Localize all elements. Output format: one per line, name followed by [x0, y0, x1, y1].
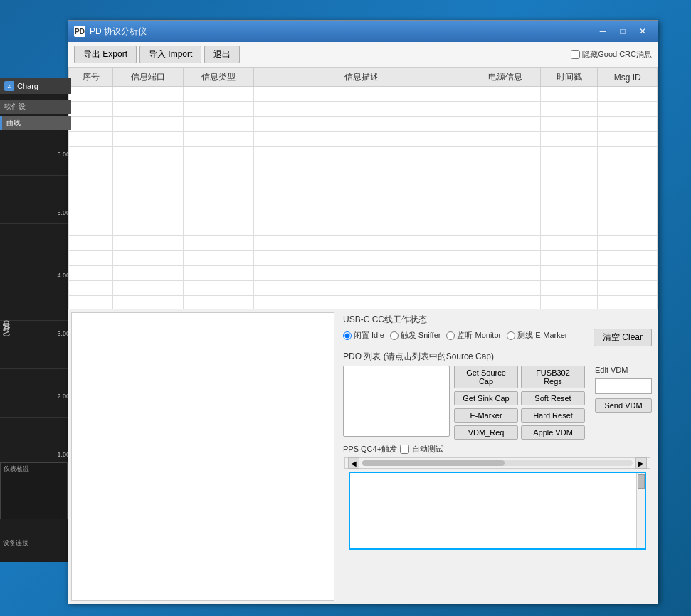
y-axis-title: 代线(Volt) — [1, 320, 11, 336]
radio-sniffer-label: 触发 Sniffer — [401, 330, 441, 341]
table-row — [69, 236, 658, 251]
pdo-buttons: Get Source Cap FUSB302 Regs Get Sink Cap… — [454, 366, 585, 440]
maximize-button[interactable]: □ — [613, 24, 632, 38]
radio-sniffer[interactable]: 触发 Sniffer — [390, 330, 441, 341]
auto-test-checkbox[interactable] — [400, 445, 409, 454]
table-row — [69, 102, 658, 117]
hide-crc-label[interactable]: 隐藏Good CRC消息 — [571, 49, 652, 60]
title-bar: PD PD 协议分析仪 ─ □ ✕ — [68, 21, 658, 42]
main-window: PD PD 协议分析仪 ─ □ ✕ 导出 Export 导入 Import 退出… — [68, 20, 658, 603]
vertical-scrollbar[interactable] — [636, 473, 645, 548]
pdo-section-title: PDO 列表 (请点击列表中的Source Cap) — [343, 351, 652, 363]
auto-test-label: 自动测试 — [412, 444, 443, 455]
window-title: PD 协议分析仪 — [90, 26, 594, 38]
get-source-cap-button[interactable]: Get Source Cap — [454, 366, 518, 388]
pdo-list[interactable] — [343, 366, 450, 437]
radio-idle-label: 闲置 Idle — [354, 330, 384, 341]
table-row — [69, 296, 658, 310]
table-row — [69, 191, 658, 206]
apple-vdm-button[interactable]: Apple VDM — [521, 425, 585, 440]
pdo-btn-row-4: VDM_Req Apple VDM — [454, 425, 585, 440]
radio-emarker-input[interactable] — [507, 331, 515, 340]
vertical-scroll-thumb — [638, 474, 645, 489]
col-msgid: Msg ID — [598, 68, 658, 87]
table-row — [69, 281, 658, 296]
hard-reset-button[interactable]: Hard Reset — [521, 408, 585, 423]
pdo-btn-row-2: Get Sink Cap Soft Reset — [454, 391, 585, 405]
bottom-section: USB-C CC线工作状态 闲置 Idle 触发 Sniffer 监听 Moni… — [68, 309, 658, 604]
panel-header-text: Charg — [17, 82, 38, 90]
radio-monitor[interactable]: 监听 Monitor — [446, 330, 501, 341]
table-row — [69, 117, 658, 132]
get-sink-cap-button[interactable]: Get Sink Cap — [454, 391, 518, 405]
scroll-thumb — [362, 460, 505, 466]
export-button[interactable]: 导出 Export — [74, 46, 137, 63]
left-panel-header: Z Charg — [0, 78, 71, 94]
radio-idle-input[interactable] — [343, 331, 352, 340]
table-body — [69, 87, 658, 310]
col-port: 信息端口 — [113, 68, 184, 87]
pps-label: PPS QC4+触发 — [343, 444, 397, 455]
soft-reset-button[interactable]: Soft Reset — [521, 391, 585, 405]
text-input[interactable] — [350, 473, 645, 548]
e-marker-button[interactable]: E-Marker — [454, 408, 518, 423]
radio-idle[interactable]: 闲置 Idle — [343, 330, 384, 341]
table-row — [69, 266, 658, 281]
radio-emarker-label: 测线 E-Marker — [517, 330, 567, 341]
panel-icon: Z — [4, 81, 14, 91]
toolbar-right: 隐藏Good CRC消息 — [571, 49, 652, 60]
left-chart-panel: 6.00 5.00 4.00 3.00 2.00 1.00 0.00 代线(Vo… — [0, 78, 71, 562]
fusb302-regs-button[interactable]: FUSB302 Regs — [521, 366, 585, 388]
data-table-area[interactable]: 序号 信息端口 信息类型 信息描述 电源信息 时间戳 Msg ID — [68, 68, 658, 309]
control-panel: USB-C CC线工作状态 闲置 Idle 触发 Sniffer 监听 Moni… — [337, 309, 658, 604]
table-row — [69, 161, 658, 176]
radio-sniffer-input[interactable] — [390, 331, 399, 340]
table-row — [69, 147, 658, 161]
table-row — [69, 132, 658, 147]
small-chart: 仪表核温 — [0, 462, 68, 519]
waveform-chart — [71, 312, 334, 601]
exit-button[interactable]: 退出 — [204, 46, 240, 63]
curve-tab[interactable]: 曲线 — [0, 116, 71, 130]
radio-emarker[interactable]: 测线 E-Marker — [507, 330, 567, 341]
scroll-track[interactable] — [362, 460, 633, 466]
data-table: 序号 信息端口 信息类型 信息描述 电源信息 时间戳 Msg ID — [68, 68, 658, 309]
instrument-temp-label: 仪表核温 — [1, 463, 67, 475]
col-desc: 信息描述 — [253, 68, 470, 87]
scroll-right-arrow[interactable]: ▶ — [635, 457, 647, 469]
vdm-req-button[interactable]: VDM_Req — [454, 425, 518, 440]
toolbar: 导出 Export 导入 Import 退出 隐藏Good CRC消息 — [68, 42, 658, 68]
edit-vdm-section: Edit VDM Send VDM — [595, 366, 652, 440]
radio-monitor-input[interactable] — [446, 331, 455, 340]
col-type: 信息类型 — [184, 68, 254, 87]
radio-monitor-label: 监听 Monitor — [457, 330, 501, 341]
pdo-content: Get Source Cap FUSB302 Regs Get Sink Cap… — [343, 366, 652, 440]
app-icon: PD — [74, 26, 85, 37]
hide-crc-checkbox[interactable] — [571, 50, 580, 59]
close-button[interactable]: ✕ — [633, 24, 652, 38]
table-row — [69, 206, 658, 221]
minimize-button[interactable]: ─ — [594, 24, 612, 38]
title-controls: ─ □ ✕ — [594, 24, 652, 38]
pdo-btn-row-1: Get Source Cap FUSB302 Regs — [454, 366, 585, 388]
bottom-text-area[interactable] — [349, 472, 646, 550]
col-power: 电源信息 — [470, 68, 540, 87]
import-button[interactable]: 导入 Import — [139, 46, 201, 63]
send-vdm-button[interactable]: Send VDM — [595, 398, 652, 413]
vdm-input[interactable] — [595, 378, 652, 394]
col-timestamp: 时间戳 — [540, 68, 598, 87]
table-row — [69, 176, 658, 191]
radio-and-clear-row: 闲置 Idle 触发 Sniffer 监听 Monitor 测线 E-Marke… — [343, 329, 652, 346]
table-row — [69, 221, 658, 236]
horizontal-scrollbar[interactable]: ◀ ▶ — [344, 457, 650, 469]
edit-vdm-label: Edit VDM — [595, 366, 652, 374]
col-seq: 序号 — [69, 68, 113, 87]
software-settings-tab[interactable]: 软件设 — [0, 100, 71, 114]
pdo-btn-row-3: E-Marker Hard Reset — [454, 408, 585, 423]
radio-group: 闲置 Idle 触发 Sniffer 监听 Monitor 测线 E-Marke… — [343, 330, 567, 341]
table-row — [69, 251, 658, 266]
usb-cc-section-title: USB-C CC线工作状态 — [343, 314, 652, 326]
pps-section: PPS QC4+触发 自动测试 — [343, 444, 652, 455]
clear-button[interactable]: 清空 Clear — [594, 329, 652, 346]
scroll-left-arrow[interactable]: ◀ — [348, 457, 359, 469]
